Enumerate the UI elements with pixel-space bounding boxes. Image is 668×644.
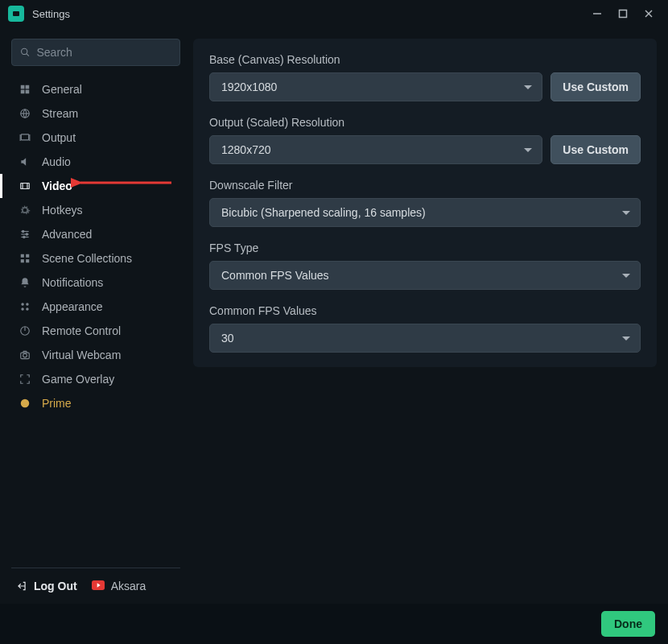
sidebar-item-remote-control[interactable]: Remote Control — [11, 319, 180, 343]
svg-point-30 — [26, 303, 29, 306]
user-display: Aksara — [92, 580, 146, 592]
sidebar-item-general[interactable]: General — [11, 77, 180, 101]
search-icon — [20, 47, 30, 58]
sidebar-item-label: Scene Collections — [42, 252, 132, 265]
svg-point-29 — [21, 303, 24, 306]
sidebar-item-label: General — [42, 83, 82, 96]
sidebar-item-label: Virtual Webcam — [42, 349, 121, 361]
svg-rect-2 — [620, 10, 627, 18]
svg-rect-8 — [26, 85, 30, 89]
svg-rect-9 — [21, 90, 25, 94]
svg-rect-10 — [26, 90, 30, 94]
fps-type-label: FPS Type — [209, 242, 641, 254]
base-use-custom-button[interactable]: Use Custom — [550, 72, 641, 101]
sidebar-item-label: Video — [42, 180, 72, 192]
sidebar-item-game-overlay[interactable]: Game Overlay — [11, 367, 180, 391]
svg-point-36 — [23, 353, 27, 357]
sidebar-item-hotkeys[interactable]: Hotkeys — [11, 198, 180, 222]
search-input[interactable] — [36, 46, 171, 59]
svg-rect-26 — [26, 254, 29, 258]
downscale-filter-select[interactable]: Bicubic (Sharpened scaling, 16 samples) — [209, 198, 641, 227]
logout-label: Log Out — [34, 580, 77, 592]
common-fps-value: 30 — [221, 332, 234, 345]
prime-icon — [18, 398, 32, 409]
logout-button[interactable]: Log Out — [16, 580, 77, 592]
settings-panel: Base (Canvas) Resolution 1920x1080 Use C… — [193, 39, 657, 367]
sidebar-item-label: Output — [42, 131, 76, 144]
fps-type-value: Common FPS Values — [221, 269, 329, 282]
app-icon — [8, 6, 24, 22]
svg-point-22 — [23, 230, 24, 232]
output-resolution-label: Output (Scaled) Resolution — [209, 116, 641, 129]
output-resolution-select[interactable]: 1280x720 — [209, 135, 542, 164]
chevron-down-icon — [524, 85, 532, 89]
sidebar-item-label: Notifications — [42, 276, 103, 289]
svg-point-23 — [26, 233, 27, 235]
svg-point-5 — [22, 48, 27, 54]
nav-list: General Stream Output Audio Video Hotkey… — [11, 77, 180, 568]
done-button[interactable]: Done — [601, 611, 655, 637]
common-fps-label: Common FPS Values — [209, 304, 641, 317]
titlebar: Settings — [0, 0, 668, 27]
output-icon — [18, 132, 32, 143]
globe-icon — [18, 108, 32, 119]
maximize-button[interactable] — [612, 4, 634, 23]
svg-point-31 — [21, 308, 24, 311]
sidebar-item-virtual-webcam[interactable]: Virtual Webcam — [11, 343, 180, 367]
chevron-down-icon — [524, 148, 532, 152]
youtube-icon — [92, 580, 105, 592]
expand-icon — [18, 374, 32, 385]
gear-icon — [18, 204, 32, 216]
sidebar-item-label: Remote Control — [42, 324, 121, 337]
svg-rect-27 — [21, 259, 24, 262]
svg-point-32 — [26, 308, 29, 311]
base-resolution-select[interactable]: 1920x1080 — [209, 72, 542, 101]
sidebar-item-label: Game Overlay — [42, 373, 114, 386]
bell-icon — [18, 277, 32, 288]
camera-icon — [18, 349, 32, 361]
sidebar-item-appearance[interactable]: Appearance — [11, 295, 180, 319]
sidebar-item-label: Audio — [42, 155, 71, 168]
sidebar-item-scene-collections[interactable]: Scene Collections — [11, 246, 180, 270]
output-resolution-value: 1280x720 — [221, 143, 271, 156]
sidebar-footer: Log Out Aksara — [11, 568, 180, 604]
sidebar-item-prime[interactable]: Prime — [11, 391, 180, 415]
sidebar-item-label: Hotkeys — [42, 204, 83, 217]
sidebar-item-audio[interactable]: Audio — [11, 150, 180, 174]
downscale-filter-value: Bicubic (Sharpened scaling, 16 samples) — [221, 206, 426, 219]
close-button[interactable] — [637, 4, 660, 23]
sidebar-item-advanced[interactable]: Advanced — [11, 222, 180, 246]
fps-type-select[interactable]: Common FPS Values — [209, 261, 641, 290]
svg-rect-0 — [13, 11, 19, 16]
svg-rect-13 — [21, 134, 28, 140]
power-icon — [18, 325, 32, 336]
common-fps-select[interactable]: 30 — [209, 324, 641, 353]
svg-rect-7 — [21, 85, 25, 89]
svg-rect-28 — [26, 259, 29, 262]
sidebar-item-label: Stream — [42, 107, 78, 120]
sidebar-item-video[interactable]: Video — [11, 174, 180, 198]
sliders-icon — [18, 229, 32, 240]
minimize-button[interactable] — [586, 4, 608, 23]
downscale-filter-label: Downscale Filter — [209, 179, 641, 192]
chevron-down-icon — [622, 336, 630, 341]
user-name: Aksara — [111, 580, 146, 592]
sidebar-item-stream[interactable]: Stream — [11, 101, 180, 126]
sidebar-item-label: Prime — [42, 397, 72, 410]
sidebar-item-notifications[interactable]: Notifications — [11, 270, 180, 295]
window-title: Settings — [32, 8, 586, 20]
appearance-icon — [18, 301, 32, 312]
bottom-bar: Done — [0, 604, 668, 644]
sidebar: General Stream Output Audio Video Hotkey… — [11, 39, 180, 604]
sidebar-item-label: Advanced — [42, 228, 92, 241]
chevron-down-icon — [622, 274, 630, 278]
svg-rect-25 — [21, 254, 24, 258]
svg-point-24 — [23, 236, 25, 237]
base-resolution-value: 1920x1080 — [221, 80, 277, 93]
output-use-custom-button[interactable]: Use Custom — [550, 135, 641, 164]
svg-point-37 — [21, 399, 30, 408]
sidebar-item-output[interactable]: Output — [11, 126, 180, 150]
grid-icon — [18, 84, 32, 95]
search-box[interactable] — [11, 39, 180, 66]
chevron-down-icon — [622, 211, 630, 215]
